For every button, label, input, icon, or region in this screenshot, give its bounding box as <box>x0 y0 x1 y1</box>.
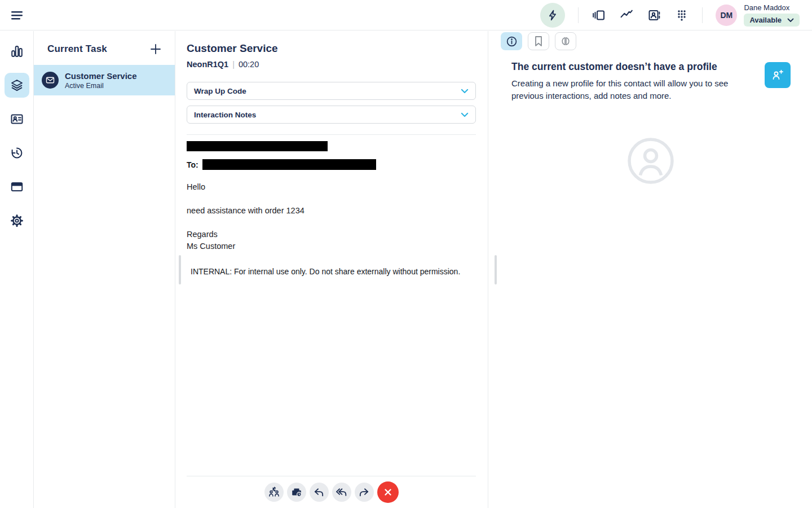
interaction-notes-label: Interaction Notes <box>194 111 256 119</box>
to-label: To: <box>187 160 198 169</box>
create-profile-button[interactable] <box>765 62 791 88</box>
topbar-divider <box>702 7 703 23</box>
tab-copilot-brain-icon[interactable] <box>555 32 576 50</box>
nav-history-clock-icon[interactable] <box>5 141 29 165</box>
tab-info-icon[interactable] <box>501 32 522 50</box>
email-internal-note: INTERNAL: For internal use only. Do not … <box>191 267 476 276</box>
task-item-title: Customer Service <box>65 71 137 81</box>
customer-profile-panel: The current customer doesn’t have a prof… <box>489 31 812 508</box>
reply-all-icon[interactable] <box>332 483 351 502</box>
transfer-icon[interactable] <box>264 483 284 502</box>
disconnect-email-icon[interactable] <box>377 481 399 503</box>
nav-analytics-bars-icon[interactable] <box>5 39 29 64</box>
forward-icon[interactable] <box>355 483 374 502</box>
task-list-item[interactable]: Customer Service Active Email <box>34 65 175 95</box>
redacted-sender <box>187 141 328 151</box>
email-signature: Regards Ms Customer <box>187 229 476 252</box>
email-icon <box>42 72 59 89</box>
wrapup-code-label: Wrap Up Code <box>194 87 246 95</box>
chevron-down-icon <box>461 112 469 117</box>
boost-lightning-icon[interactable] <box>540 3 565 28</box>
park-email-icon[interactable] <box>287 483 306 502</box>
no-profile-description: Creating a new profile for this contact … <box>511 77 748 102</box>
email-greeting: Hello <box>187 181 476 193</box>
task-panel-title: Current Task <box>47 43 107 55</box>
wrapup-code-dropdown[interactable]: Wrap Up Code <box>187 82 476 100</box>
dialpad-icon[interactable] <box>674 8 689 23</box>
performance-chart-icon[interactable] <box>619 8 634 23</box>
nav-settings-gear-icon[interactable] <box>5 208 29 233</box>
left-nav-rail <box>0 31 34 508</box>
nav-apps-window-icon[interactable] <box>5 174 29 199</box>
interaction-notes-dropdown[interactable]: Interaction Notes <box>187 106 476 124</box>
menu-hamburger-icon[interactable] <box>9 7 25 23</box>
chevron-down-icon <box>787 18 794 23</box>
email-body-text: need assistance with order 1234 <box>187 205 476 217</box>
panels-icon[interactable] <box>592 8 606 23</box>
interaction-timer: 00:20 <box>239 60 259 69</box>
no-profile-heading: The current customer doesn’t have a prof… <box>511 61 748 73</box>
top-bar: DM Dane Maddox Available <box>0 0 812 30</box>
status-label: Available <box>749 16 782 24</box>
panel-resize-handle[interactable] <box>179 255 181 284</box>
interaction-title: Customer Service <box>187 42 476 55</box>
status-dropdown[interactable]: Available <box>744 14 800 27</box>
queue-name: NeonR1Q1 <box>187 60 228 69</box>
current-task-panel: Current Task Customer Service Active Ema… <box>34 31 175 508</box>
reply-icon[interactable] <box>310 483 329 502</box>
interaction-panel: Customer Service NeonR1Q1 | 00:20 Wrap U… <box>176 31 488 508</box>
nav-interactions-layers-icon[interactable] <box>5 73 29 98</box>
user-avatar[interactable]: DM <box>716 5 737 26</box>
panel-resize-handle[interactable] <box>495 255 497 284</box>
nav-contact-card-icon[interactable] <box>5 107 29 132</box>
task-item-subtitle: Active Email <box>65 82 137 90</box>
user-name: Dane Maddox <box>744 3 800 12</box>
tab-bookmark-icon[interactable] <box>528 32 549 50</box>
redacted-recipient <box>202 159 376 170</box>
add-task-button[interactable] <box>149 42 162 56</box>
email-toolbar <box>187 476 476 508</box>
interaction-subtitle: NeonR1Q1 | 00:20 <box>187 60 476 69</box>
topbar-divider <box>578 7 579 23</box>
chevron-down-icon <box>461 89 469 94</box>
profile-tabs <box>489 32 812 50</box>
profile-placeholder-icon <box>627 137 674 185</box>
person-plus-icon <box>771 68 784 82</box>
contacts-book-icon[interactable] <box>647 8 661 23</box>
plus-icon <box>149 43 162 55</box>
email-header-divider <box>187 134 476 135</box>
subtitle-separator: | <box>232 60 235 69</box>
